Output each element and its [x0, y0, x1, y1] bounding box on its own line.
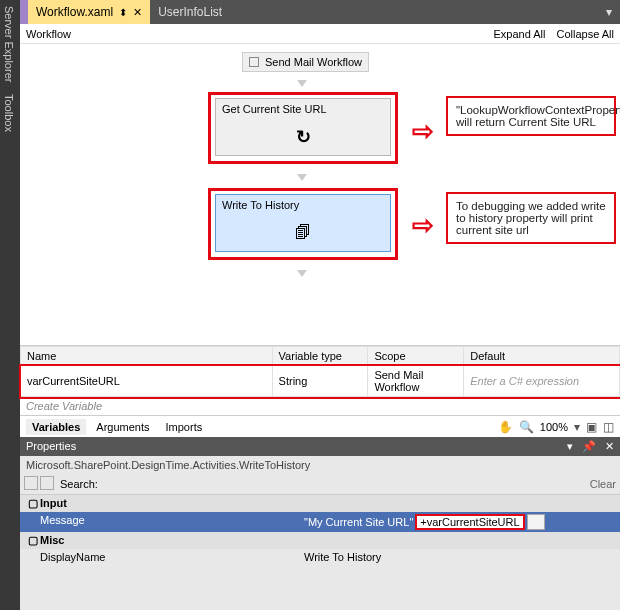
server-explorer-tab[interactable]: Server Explorer — [0, 0, 18, 88]
breadcrumb[interactable]: Workflow — [26, 28, 71, 40]
side-tool-tabs: Server Explorer Toolbox — [0, 0, 20, 610]
connector-arrow-icon — [297, 270, 307, 277]
col-scope[interactable]: Scope — [368, 347, 464, 366]
prop-name: DisplayName — [34, 549, 298, 565]
tab-imports[interactable]: Imports — [160, 419, 209, 435]
fit-screen-icon[interactable]: ▣ — [586, 420, 597, 434]
workflow-canvas[interactable]: Send Mail Workflow Get Current Site URL … — [20, 44, 620, 344]
tab-label: Workflow.xaml — [36, 5, 113, 19]
connector-arrow-icon — [297, 174, 307, 181]
breadcrumb-bar: Workflow Expand All Collapse All — [20, 24, 620, 44]
annotation-arrow-icon: ⇨ — [412, 116, 434, 147]
pan-icon[interactable]: ✋ — [498, 420, 513, 434]
annotation-arrow-icon: ⇨ — [412, 210, 434, 241]
overview-icon[interactable]: ◫ — [603, 420, 614, 434]
col-type[interactable]: Variable type — [272, 347, 368, 366]
var-type-cell[interactable]: String — [272, 366, 368, 397]
category-input: Input — [40, 497, 67, 510]
toolbox-tab[interactable]: Toolbox — [0, 88, 18, 138]
search-label: Search: — [60, 478, 98, 490]
var-scope-cell[interactable]: Send Mail Workflow — [368, 366, 464, 397]
collapse-all-link[interactable]: Collapse All — [557, 28, 614, 40]
sequence-icon — [249, 57, 259, 67]
expression-editor-button[interactable]: … — [527, 514, 545, 530]
connector-arrow-icon — [297, 80, 307, 87]
annotation-box: To debugging we added write to history p… — [446, 192, 616, 244]
collapse-icon[interactable]: ▢ — [26, 534, 40, 547]
close-icon[interactable]: ✕ — [133, 6, 142, 19]
property-row-message[interactable]: Message "My Current Site URL" +varCurren… — [20, 512, 620, 532]
prop-name: Message — [34, 512, 298, 532]
highlight-box — [208, 92, 398, 164]
close-icon[interactable]: ✕ — [605, 440, 614, 452]
variables-header-row: Name Variable type Scope Default — [21, 347, 620, 366]
zoom-icon[interactable]: 🔍 — [519, 420, 534, 434]
panel-title: Properties — [26, 440, 76, 453]
pin-icon[interactable]: 📌 — [582, 440, 596, 452]
tab-arguments[interactable]: Arguments — [90, 419, 155, 435]
property-search-input[interactable] — [102, 476, 586, 492]
tab-userinfolist[interactable]: UserInfoList — [150, 0, 230, 24]
sort-buttons[interactable] — [24, 476, 56, 492]
designer-bottom-bar: Variables Arguments Imports ✋ 🔍 100% ▾ ▣… — [20, 415, 620, 437]
collapse-icon[interactable]: ▢ — [26, 497, 40, 510]
expand-all-link[interactable]: Expand All — [493, 28, 545, 40]
prop-value-part2: +varCurrentSiteURL — [417, 516, 522, 528]
properties-panel: Properties ▾ 📌 ✕ Microsoft.SharePoint.De… — [20, 437, 620, 610]
var-default-cell[interactable]: Enter a C# expression — [464, 366, 620, 397]
tab-workflow-xaml[interactable]: Workflow.xaml ⬍ ✕ — [28, 0, 150, 24]
workflow-designer: Workflow Expand All Collapse All Send Ma… — [20, 24, 620, 346]
variable-row[interactable]: varCurrentSiteURL String Send Mail Workf… — [21, 366, 620, 397]
zoom-level[interactable]: 100% — [540, 421, 568, 433]
col-name[interactable]: Name — [21, 347, 273, 366]
document-tabs: Workflow.xaml ⬍ ✕ UserInfoList ▾ — [20, 0, 620, 24]
clear-search-link[interactable]: Clear — [590, 478, 616, 490]
highlight-box — [208, 188, 398, 260]
property-row-displayname[interactable]: DisplayName Write To History — [20, 549, 620, 565]
prop-value[interactable]: Write To History — [298, 549, 620, 565]
category-misc: Misc — [40, 534, 64, 547]
sequence-title: Send Mail Workflow — [265, 56, 362, 68]
tab-variables[interactable]: Variables — [26, 419, 86, 435]
tab-overflow-button[interactable]: ▾ — [598, 0, 620, 24]
sequence-header[interactable]: Send Mail Workflow — [242, 52, 369, 72]
create-variable-link[interactable]: Create Variable — [20, 397, 620, 415]
active-tab-indicator — [20, 0, 28, 24]
pin-icon[interactable]: ⬍ — [119, 7, 127, 18]
prop-value-part1: "My Current Site URL" — [304, 516, 413, 528]
zoom-dropdown-icon[interactable]: ▾ — [574, 420, 580, 434]
var-name-cell[interactable]: varCurrentSiteURL — [21, 366, 273, 397]
window-options-icon[interactable]: ▾ — [567, 440, 573, 452]
variables-panel: Name Variable type Scope Default varCurr… — [20, 346, 620, 415]
annotation-box: "LookupWorkflowContextProperty" will ret… — [446, 96, 616, 136]
property-grid: ▢Input Message "My Current Site URL" +va… — [20, 495, 620, 565]
tab-label: UserInfoList — [158, 5, 222, 19]
col-default[interactable]: Default — [464, 347, 620, 366]
selected-type-label: Microsoft.SharePoint.DesignTime.Activiti… — [20, 456, 620, 474]
